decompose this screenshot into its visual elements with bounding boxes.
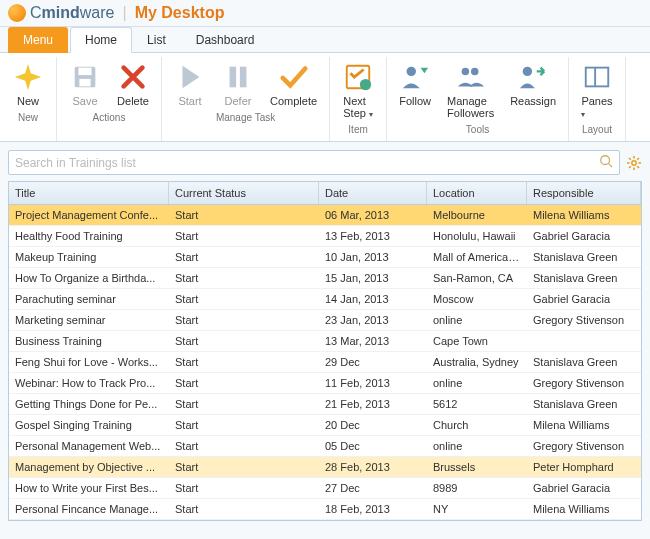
save-button-label: Save <box>72 95 97 107</box>
group-label: Actions <box>93 109 126 127</box>
group-label: Manage Task <box>216 109 275 127</box>
cell-responsible: Milena Williams <box>527 415 641 435</box>
cell-date: 06 Mar, 2013 <box>319 205 427 225</box>
cell-title: Gospel Singing Training <box>9 415 169 435</box>
cell-location: Melbourne <box>427 205 527 225</box>
svg-point-8 <box>461 68 469 76</box>
svg-rect-2 <box>79 79 90 87</box>
check-icon <box>278 61 310 93</box>
cell-date: 11 Feb, 2013 <box>319 373 427 393</box>
cell-location: Brussels <box>427 457 527 477</box>
cell-status: Start <box>169 226 319 246</box>
cell-responsible: Gabriel Garacia <box>527 478 641 498</box>
table-row[interactable]: How to Write your First Bes...Start27 De… <box>9 478 641 499</box>
new-button[interactable]: New <box>4 59 52 109</box>
ribbon-group-tools: FollowManageFollowersReassignTools <box>387 57 569 141</box>
complete-button-label: Complete <box>270 95 317 107</box>
search-input[interactable] <box>15 156 599 170</box>
menu-tab[interactable]: Menu <box>8 27 68 53</box>
cell-location: Mall of America, ... <box>427 247 527 267</box>
cell-location: Honolulu, Hawaii <box>427 226 527 246</box>
svg-point-7 <box>407 67 416 76</box>
grid-body: Project Management Confe...Start06 Mar, … <box>9 205 641 520</box>
manage-followers-button-label: ManageFollowers <box>447 95 494 119</box>
cell-date: 14 Jan, 2013 <box>319 289 427 309</box>
reassign-button-label: Reassign <box>510 95 556 107</box>
cell-responsible: Gregory Stivenson <box>527 310 641 330</box>
search-box[interactable] <box>8 150 620 175</box>
save-icon <box>69 61 101 93</box>
svg-rect-4 <box>240 67 247 88</box>
col-date[interactable]: Date <box>319 182 427 204</box>
cell-date: 21 Feb, 2013 <box>319 394 427 414</box>
new-button-label: New <box>17 95 39 107</box>
reassign-icon <box>517 61 549 93</box>
follow-button[interactable]: Follow <box>391 59 439 121</box>
svg-line-23 <box>637 158 639 160</box>
table-row[interactable]: Management by Objective ...Start28 Feb, … <box>9 457 641 478</box>
follow-icon <box>399 61 431 93</box>
pause-icon <box>222 61 254 93</box>
svg-line-21 <box>637 166 639 168</box>
cell-responsible: Milena Williams <box>527 499 641 519</box>
ribbon-group-actions: SaveDeleteActions <box>57 57 162 141</box>
cell-title: Feng Shui for Love - Works... <box>9 352 169 372</box>
reassign-button[interactable]: Reassign <box>502 59 564 121</box>
cell-location: San-Ramon, CA <box>427 268 527 288</box>
cell-status: Start <box>169 415 319 435</box>
table-row[interactable]: Gospel Singing TrainingStart20 DecChurch… <box>9 415 641 436</box>
cell-responsible: Gregory Stivenson <box>527 373 641 393</box>
cell-responsible: Milena Williams <box>527 205 641 225</box>
save-button: Save <box>61 59 109 109</box>
col-responsible[interactable]: Responsible <box>527 182 641 204</box>
complete-button[interactable]: Complete <box>262 59 325 109</box>
cell-title: Personal Fincance Manage... <box>9 499 169 519</box>
app-header: Cmindware | My Desktop <box>0 0 650 27</box>
delete-button[interactable]: Delete <box>109 59 157 109</box>
cell-location: Moscow <box>427 289 527 309</box>
cell-location: online <box>427 310 527 330</box>
table-row[interactable]: Business TrainingStart13 Mar, 2013Cape T… <box>9 331 641 352</box>
table-row[interactable]: Project Management Confe...Start06 Mar, … <box>9 205 641 226</box>
defer-button-label: Defer <box>225 95 252 107</box>
start-button: Start <box>166 59 214 109</box>
defer-button: Defer <box>214 59 262 109</box>
ribbon-group-manage-task: StartDeferCompleteManage Task <box>162 57 330 141</box>
delete-icon <box>117 61 149 93</box>
cell-title: Webinar: How to Track Pro... <box>9 373 169 393</box>
gear-icon[interactable] <box>626 155 642 171</box>
table-row[interactable]: Getting Things Done for Pe...Start21 Feb… <box>9 394 641 415</box>
panes-button-label: Panes▾ <box>581 95 612 119</box>
table-row[interactable]: Makeup TrainingStart10 Jan, 2013Mall of … <box>9 247 641 268</box>
cell-responsible: Gabriel Garacia <box>527 289 641 309</box>
cell-date: 13 Feb, 2013 <box>319 226 427 246</box>
cell-date: 18 Feb, 2013 <box>319 499 427 519</box>
next-step-button-label: NextStep ▾ <box>343 95 373 119</box>
ribbon-group-new: NewNew <box>0 57 57 141</box>
search-icon[interactable] <box>599 154 613 171</box>
col-location[interactable]: Location <box>427 182 527 204</box>
logo-text: Cmindware <box>30 4 114 22</box>
cell-responsible: Gabriel Garacia <box>527 226 641 246</box>
next-step-button[interactable]: NextStep ▾ <box>334 59 382 121</box>
col-title[interactable]: Title <box>9 182 169 204</box>
col-status[interactable]: Current Status <box>169 182 319 204</box>
table-row[interactable]: Marketing seminarStart23 Jan, 2013online… <box>9 310 641 331</box>
manage-followers-button[interactable]: ManageFollowers <box>439 59 502 121</box>
cell-status: Start <box>169 457 319 477</box>
panes-button[interactable]: Panes▾ <box>573 59 621 121</box>
cell-status: Start <box>169 394 319 414</box>
table-row[interactable]: Personal Fincance Manage...Start18 Feb, … <box>9 499 641 520</box>
tab-home[interactable]: Home <box>70 27 132 53</box>
table-row[interactable]: Webinar: How to Track Pro...Start11 Feb,… <box>9 373 641 394</box>
ribbon-group-item: NextStep ▾Item <box>330 57 387 141</box>
tab-dashboard[interactable]: Dashboard <box>181 27 270 53</box>
table-row[interactable]: Healthy Food TrainingStart13 Feb, 2013Ho… <box>9 226 641 247</box>
table-row[interactable]: Feng Shui for Love - Works...Start29 Dec… <box>9 352 641 373</box>
table-row[interactable]: Personal Management Web...Start05 Deconl… <box>9 436 641 457</box>
table-row[interactable]: Parachuting seminarStart14 Jan, 2013Mosc… <box>9 289 641 310</box>
cell-date: 10 Jan, 2013 <box>319 247 427 267</box>
svg-point-15 <box>632 160 636 164</box>
tab-list[interactable]: List <box>132 27 181 53</box>
table-row[interactable]: How To Organize a Birthda...Start15 Jan,… <box>9 268 641 289</box>
